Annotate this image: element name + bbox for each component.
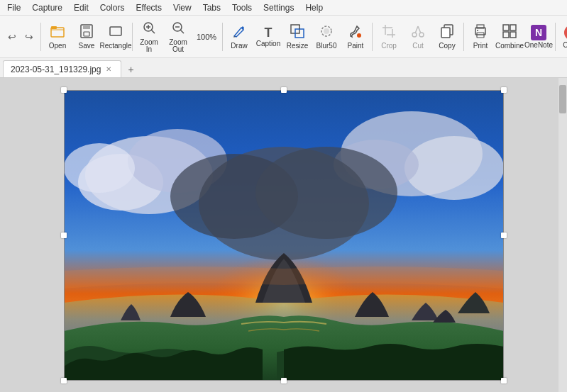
rectangle-icon bbox=[108, 23, 123, 41]
caption-button[interactable]: T Caption bbox=[254, 23, 282, 51]
svg-rect-28 bbox=[441, 28, 450, 38]
crop-icon bbox=[381, 23, 397, 41]
tab-label: 2023-05-31_191329.jpg bbox=[11, 65, 101, 74]
canvas-area bbox=[0, 78, 567, 392]
svg-rect-4 bbox=[84, 32, 89, 36]
close-button[interactable]: ✕ Close bbox=[558, 21, 567, 52]
copy-button[interactable]: Copy bbox=[433, 20, 461, 53]
caption-label: Caption bbox=[256, 40, 280, 47]
crop-label: Crop bbox=[381, 43, 397, 50]
handle-top-right[interactable] bbox=[501, 87, 507, 93]
resize-button[interactable]: Resize bbox=[283, 20, 312, 53]
paint-icon bbox=[348, 23, 363, 41]
close-label: Close bbox=[563, 42, 567, 49]
handle-bottom-center[interactable] bbox=[281, 378, 287, 383]
menu-capture[interactable]: Capture bbox=[28, 1, 67, 14]
svg-rect-5 bbox=[110, 27, 121, 35]
rectangle-label: Rectangle bbox=[99, 43, 131, 50]
combine-button[interactable]: Combine bbox=[495, 20, 524, 53]
svg-rect-3 bbox=[83, 25, 90, 29]
separator-1 bbox=[40, 23, 41, 51]
handle-middle-right[interactable] bbox=[501, 233, 507, 238]
svg-line-26 bbox=[418, 26, 421, 33]
open-label: Open bbox=[49, 43, 66, 50]
tab-add-button[interactable]: + bbox=[123, 62, 138, 77]
menu-tools[interactable]: Tools bbox=[228, 1, 256, 14]
paint-button[interactable]: Paint bbox=[341, 20, 370, 53]
draw-button[interactable]: Draw bbox=[225, 20, 253, 53]
svg-point-23 bbox=[412, 33, 417, 37]
draw-icon bbox=[231, 23, 247, 41]
zoom-in-button[interactable]: Zoom In bbox=[135, 16, 163, 57]
menu-colors[interactable]: Colors bbox=[96, 1, 129, 14]
separator-4 bbox=[372, 23, 373, 51]
undo-redo-group: ↩ ↪ bbox=[3, 28, 38, 46]
handle-bottom-right[interactable] bbox=[501, 378, 507, 383]
scrollbar-thumb[interactable] bbox=[559, 85, 566, 113]
menu-settings[interactable]: Settings bbox=[259, 1, 298, 14]
zoom-value: 100% bbox=[197, 33, 216, 41]
svg-rect-35 bbox=[503, 32, 509, 38]
save-button[interactable]: Save bbox=[72, 20, 101, 53]
save-icon bbox=[79, 23, 94, 41]
menu-edit[interactable]: Edit bbox=[70, 1, 93, 14]
blur50-label: Blur50 bbox=[316, 43, 337, 50]
zoom-percent-display: 100% bbox=[193, 30, 220, 44]
separator-2 bbox=[132, 23, 133, 51]
handle-top-center[interactable] bbox=[281, 87, 287, 93]
paint-label: Paint bbox=[348, 43, 364, 50]
menu-view[interactable]: View bbox=[169, 1, 196, 14]
menu-file[interactable]: File bbox=[3, 1, 25, 14]
open-button[interactable]: Open bbox=[43, 20, 72, 53]
svg-point-49 bbox=[255, 147, 397, 239]
tabs-bar: 2023-05-31_191329.jpg ✕ + bbox=[0, 58, 567, 78]
copy-label: Copy bbox=[439, 43, 455, 50]
svg-line-7 bbox=[152, 30, 155, 34]
undo-button[interactable]: ↩ bbox=[4, 29, 20, 45]
onenote-icon: N bbox=[531, 25, 546, 40]
zoom-out-icon bbox=[170, 20, 186, 38]
svg-point-24 bbox=[419, 33, 424, 37]
separator-3 bbox=[222, 23, 223, 51]
svg-point-32 bbox=[477, 30, 478, 31]
menu-effects[interactable]: Effects bbox=[131, 1, 165, 14]
blur50-button[interactable]: Blur50 bbox=[312, 20, 341, 53]
cut-icon bbox=[410, 23, 426, 41]
menu-tabs[interactable]: Tabs bbox=[199, 1, 225, 14]
zoom-out-button[interactable]: Zoom Out bbox=[164, 16, 192, 57]
svg-rect-33 bbox=[503, 25, 509, 30]
handle-bottom-left[interactable] bbox=[61, 378, 67, 383]
handle-middle-left[interactable] bbox=[61, 233, 67, 238]
crop-button[interactable]: Crop bbox=[375, 20, 403, 53]
print-label: Print bbox=[473, 43, 488, 50]
tab-image[interactable]: 2023-05-31_191329.jpg ✕ bbox=[3, 60, 121, 77]
cut-button[interactable]: Cut bbox=[404, 20, 432, 53]
svg-line-25 bbox=[415, 26, 418, 33]
print-button[interactable]: Print bbox=[466, 20, 495, 53]
cut-label: Cut bbox=[412, 43, 424, 50]
handle-top-left[interactable] bbox=[61, 87, 67, 93]
zoom-out-label: Zoom Out bbox=[169, 39, 187, 53]
resize-icon bbox=[290, 23, 305, 41]
onenote-button[interactable]: N OneNote bbox=[524, 21, 553, 52]
print-icon bbox=[473, 23, 488, 41]
menu-bar: File Capture Edit Colors Effects View Ta… bbox=[0, 0, 567, 16]
scrollbar-vertical[interactable] bbox=[558, 78, 567, 392]
svg-rect-34 bbox=[510, 25, 516, 30]
image-container bbox=[64, 90, 504, 381]
svg-rect-1 bbox=[51, 26, 57, 29]
combine-icon bbox=[502, 23, 517, 41]
combine-label: Combine bbox=[495, 43, 524, 50]
menu-help[interactable]: Help bbox=[301, 1, 327, 14]
save-label: Save bbox=[79, 43, 95, 50]
open-icon bbox=[50, 23, 65, 41]
svg-line-11 bbox=[181, 30, 185, 34]
tab-close-button[interactable]: ✕ bbox=[104, 65, 114, 74]
separator-5 bbox=[463, 23, 464, 51]
close-icon-circle: ✕ bbox=[564, 25, 567, 40]
photo-canvas bbox=[64, 90, 504, 381]
svg-rect-36 bbox=[510, 32, 516, 38]
svg-point-18 bbox=[357, 33, 361, 38]
rectangle-button[interactable]: Rectangle bbox=[101, 20, 130, 53]
redo-button[interactable]: ↪ bbox=[21, 29, 37, 45]
